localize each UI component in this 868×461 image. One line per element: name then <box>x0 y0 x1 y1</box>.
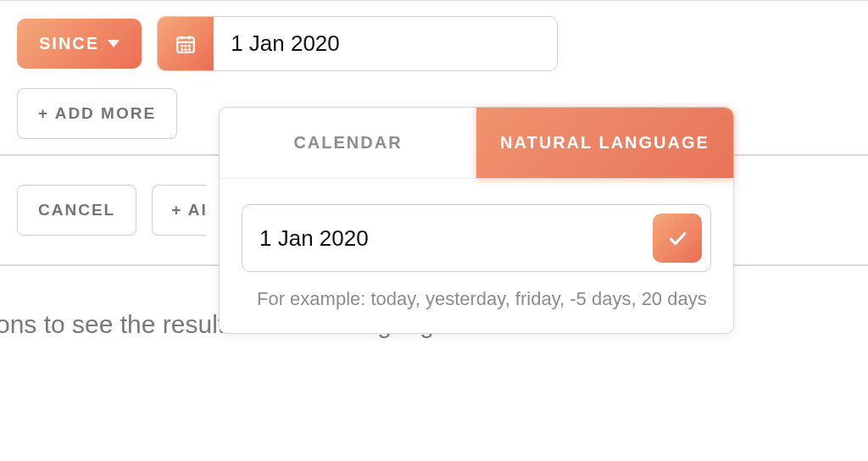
since-label: SINCE <box>39 34 99 53</box>
svg-point-5 <box>185 45 186 46</box>
calendar-icon[interactable] <box>158 17 214 70</box>
add-more-button[interactable]: + ADD MORE <box>17 88 177 139</box>
natural-language-hint: For example: today, yesterday, friday, -… <box>242 286 711 313</box>
date-picker-popup: CALENDAR NATURAL LANGUAGE For example: t… <box>219 107 734 334</box>
tab-calendar[interactable]: CALENDAR <box>220 108 476 178</box>
since-dropdown-button[interactable]: SINCE <box>17 19 142 69</box>
truncated-button[interactable]: + AI <box>152 185 206 236</box>
svg-point-6 <box>189 45 190 46</box>
tab-natural-language[interactable]: NATURAL LANGUAGE <box>476 108 733 178</box>
cancel-button[interactable]: CANCEL <box>17 185 136 236</box>
svg-point-4 <box>181 45 182 46</box>
svg-point-7 <box>181 48 182 49</box>
date-field[interactable] <box>157 16 558 71</box>
svg-point-9 <box>189 48 190 49</box>
svg-point-8 <box>185 48 186 49</box>
check-icon <box>666 227 688 249</box>
chevron-down-icon <box>108 40 120 47</box>
confirm-button[interactable] <box>653 214 702 263</box>
natural-language-input[interactable] <box>259 225 644 252</box>
date-input[interactable] <box>214 17 557 70</box>
natural-language-row <box>242 204 711 272</box>
